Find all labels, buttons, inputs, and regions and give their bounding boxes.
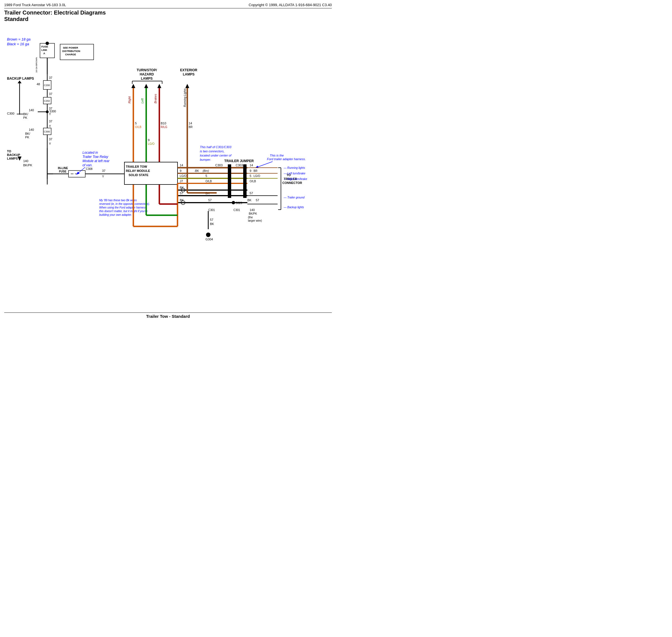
brakes-signal-arrow <box>157 84 161 88</box>
wire-lgo2: LG/O <box>180 175 186 178</box>
inline-fuse-label2: FUSE <box>59 170 67 173</box>
title-block: Trailer Connector: Electrical Diagrams S… <box>4 10 332 22</box>
running-wire-label: Running Lights <box>183 88 186 107</box>
wire-olb3: O/LB <box>250 180 256 183</box>
wire-bkpk3: BK/ <box>25 132 31 135</box>
c300-box-label: C300 <box>44 130 50 133</box>
running-lights-label: — Running lights <box>284 166 305 169</box>
wire-140a: 140 <box>29 108 34 112</box>
wire-num-9b: 9 <box>180 169 181 172</box>
to-backup-lamps2: BACKUP <box>7 153 20 157</box>
wire-57-ground: 57 <box>210 218 213 221</box>
wire-br1: BR <box>189 126 193 129</box>
wire-larger-note: (the <box>248 216 253 219</box>
turn-stop-label2: HAZARD <box>140 72 154 76</box>
wire-label-brown: 18 GA BROWN <box>35 57 38 73</box>
reversed-note3: When using the Ford adapter harness, <box>99 206 147 209</box>
wire-num-5b: 5 <box>205 174 207 178</box>
legend-black: Black = 16 ga <box>7 42 29 46</box>
wiring-diagram: Brown = 18 ga Black = 16 ga FUSE LINK A … <box>4 25 331 310</box>
wire-57b: 57 <box>250 192 253 195</box>
wire-57-label2: 57 <box>208 198 212 202</box>
wire-37d: 37 <box>49 120 52 123</box>
wire-y3: Y <box>49 124 51 128</box>
fuse-link-label: FUSE <box>41 45 48 48</box>
g304-label: G304 <box>205 238 213 241</box>
c200-label: C200 <box>44 84 50 87</box>
header-left: 1989 Ford Truck Aerostar V6-183 3.0L <box>4 3 66 7</box>
legend-brown: Brown = 18 ga <box>7 37 31 41</box>
reversed-note1: My '89 has these two Bk wires <box>99 199 137 202</box>
c301-label2: C301 <box>233 208 240 212</box>
located-in-text4: of van. <box>83 163 92 167</box>
header: 1989 Ford Truck Aerostar V6-183 3.0L Cop… <box>4 3 332 8</box>
left-turn-label: — Left turn/brake <box>284 172 306 175</box>
wire-bkpk1: BK/ <box>23 112 29 116</box>
wire-num-5c: 5 <box>250 174 251 178</box>
wire-y-fuse: Y <box>102 175 104 178</box>
c303-connector-bar <box>228 164 231 198</box>
to-trailer-conn3: CONNECTOR <box>282 181 302 184</box>
exterior-lamps-label2: LAMPS <box>183 72 195 76</box>
relay-module-text1: TRAILER TOW <box>126 165 147 168</box>
wire-y4: Y <box>49 142 51 145</box>
wire-num-b10: B10 <box>161 122 166 125</box>
wire-bkpk-note2: BK/PK <box>249 212 257 215</box>
turn-stop-label3: LAMPS <box>141 77 152 80</box>
trailer-ground-label: — Trailer ground <box>284 196 305 199</box>
backup-lamps-top: BACKUP LAMPS <box>7 77 34 80</box>
reversed-note5: building your own adapter. <box>99 213 132 216</box>
c303-connector-bar2 <box>243 164 247 198</box>
turn-stop-label1: TURN/STOP/ <box>137 68 157 72</box>
wire-num-14b: 14 <box>180 164 183 167</box>
wire-brn-italic: (Brn) <box>203 169 209 172</box>
c300-label-left: C300 <box>7 112 14 115</box>
wire-num-37a: 37 <box>49 76 52 79</box>
wire-37b: 37 <box>49 92 52 96</box>
c301-note3: located under center of <box>200 154 232 157</box>
wire-48: 48 <box>37 83 40 86</box>
c301-label1: C301 <box>208 208 215 212</box>
power-dist-text1: SEE POWER <box>63 47 78 49</box>
running-lights-arrow <box>185 84 189 88</box>
wire-57c: 57 <box>256 198 259 202</box>
power-dist-text3: CHARGE <box>65 53 76 56</box>
wire-bkpk4: PK <box>25 135 29 139</box>
wire-37-fuse: 37 <box>102 169 105 172</box>
wire-num-9: 9 <box>148 138 149 142</box>
backup-arrow-bottom <box>18 157 21 161</box>
wire-j7: J7 <box>180 179 183 183</box>
right-wire-label: Right <box>128 96 131 104</box>
ford-adapter-note2: Ford trailer adapter harness. <box>267 157 306 161</box>
wire-larger-note2: larger wire) <box>248 219 262 222</box>
ground-symbol-g304 <box>206 233 211 237</box>
c301-note4: bumper. <box>200 158 211 161</box>
wire-num-14c: 14 <box>250 164 253 167</box>
wire-37e: 37 <box>49 138 52 141</box>
relay-module-text2: RELAY MODULE <box>126 169 150 172</box>
power-dist-text2: DISTRIBUTION <box>62 50 80 53</box>
backup-lights-label: — Backup lights <box>284 206 304 209</box>
wire-rlg1: R/LG <box>161 126 167 129</box>
backup-arrow-top <box>18 80 21 83</box>
left-signal-arrow <box>144 84 148 88</box>
c301-note2: is two connectors, <box>200 149 224 153</box>
footer: Trailer Tow - Standard <box>4 312 332 318</box>
page-container: 1989 Ford Truck Aerostar V6-183 3.0L Cop… <box>0 0 336 322</box>
exterior-lamps-label1: EXTERIOR <box>180 68 197 72</box>
wire-bk-57b: BK <box>248 198 252 202</box>
relay-module-text3: SOLID STATE <box>129 173 148 177</box>
brakes-wire-label: Brakes <box>154 94 157 104</box>
c303-label-14: C303 <box>215 164 222 167</box>
reversed-note2: reversed (ie, in the opposite connectors… <box>99 202 150 205</box>
wire-140b: 140 <box>29 128 34 131</box>
ford-adapter-arrow <box>256 162 273 168</box>
right-signal-arrow <box>131 84 135 88</box>
wire-140-bkpk-note: 140 <box>250 208 255 212</box>
wire-bkpk2: PK <box>23 116 28 119</box>
wire-140c: 140 <box>23 159 28 163</box>
fuse-top-connector <box>46 42 49 45</box>
wire-bkpk5: BK/PK <box>23 164 32 167</box>
ford-adapter-note1: This is the <box>270 154 284 157</box>
reversed-note4: this doesn't matter, but it might if you… <box>99 210 148 213</box>
